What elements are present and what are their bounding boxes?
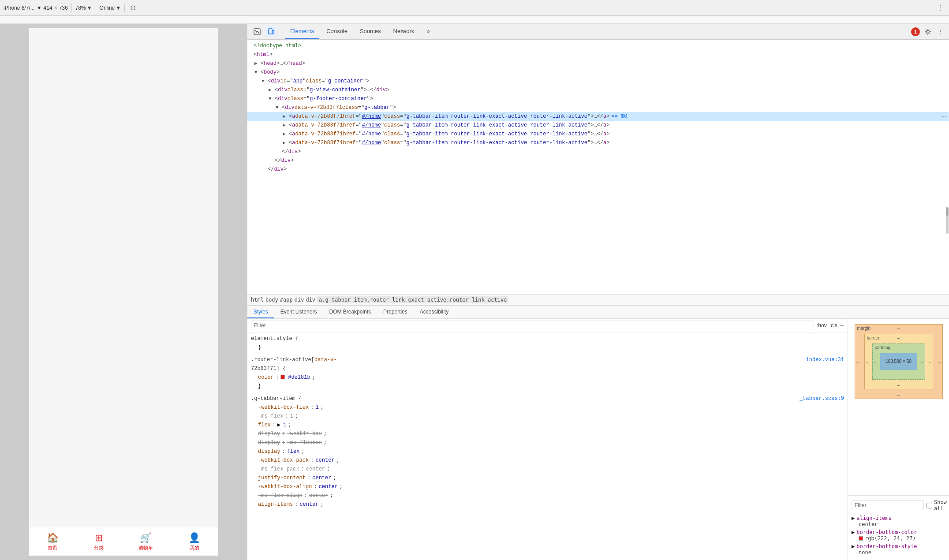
filter-input[interactable] [251,321,814,330]
breadcrumb-body[interactable]: body [265,297,278,303]
add-style-btn[interactable]: + [840,321,844,329]
error-badge[interactable]: 1 [911,27,920,36]
styles-tab-styles[interactable]: Styles [247,306,274,318]
tree-line-view-container[interactable]: ▶ <div class="g-view-container" >…</div> [247,86,949,94]
tree-line-app[interactable]: ▼ <div id="app" class="g-container" > [247,77,949,86]
prop-display-ms-flexbox: display : -ms-flexbox ; [251,438,844,447]
tab-more[interactable]: » [421,24,435,39]
device-name: iPhone 6/7/... [4,5,35,11]
breadcrumb-active[interactable]: a.g-tabbar-item.router-link-exact-active… [317,296,508,303]
device-toggle-btn[interactable] [265,26,277,37]
element-style-selector: element.style { [251,334,844,343]
tab-home[interactable]: 🏠 首页 [47,532,59,551]
flex-triangle[interactable]: ▶ [277,421,280,429]
tab-category[interactable]: ⊞ 分类 [94,532,104,551]
tree-line-a3[interactable]: ▶ <a data-v-72b83f71 href="#/home" class… [247,130,949,138]
cls-btn[interactable]: .cls [829,322,837,329]
tree-line-head[interactable]: ▶ <head>…</head> [247,59,949,68]
tree-line-close-div1[interactable]: </div> [247,147,949,156]
tree-line-html[interactable]: <html> [247,50,949,59]
dots-menu-btn[interactable]: … [938,112,949,118]
cart-icon: 🛒 [140,532,152,544]
show-all-checkbox[interactable] [927,503,932,508]
tree-line-doctype[interactable]: <!doctype html> [247,41,949,50]
profile-icon: 👤 [188,532,200,544]
border-left-val: – [866,359,869,364]
show-all-label[interactable]: Show all [927,499,947,511]
svg-rect-2 [272,30,274,34]
capture-screenshot-btn[interactable]: ⊙ [128,2,138,14]
breadcrumb-div1[interactable]: div [295,297,304,303]
computed-border-bottom-color[interactable]: ▶ border-bottom-color rgb(222, 24, 27) [852,528,945,542]
more-options-btn[interactable]: ⋮ [935,2,945,14]
computed-panel: Show all ▶ align-items center [848,495,949,560]
styles-tab-properties[interactable]: Properties [377,306,414,318]
inspect-element-btn[interactable] [251,26,263,37]
breadcrumb-html[interactable]: html [251,297,264,303]
tab-elements[interactable]: Elements [285,24,319,39]
devtools-more-btn[interactable]: ⋮ [936,26,945,37]
toolbar-sep-2 [96,4,96,12]
tree-line-body[interactable]: ▼ <body> [247,68,949,77]
zoom-selector[interactable]: 78% ▼ [75,5,92,11]
category-icon: ⊞ [95,532,103,544]
elements-area: <!doctype html> <html> ▶ <head>…</head> [247,40,949,294]
computed-filter-area: Show all [852,499,945,511]
zoom-dropdown-icon: ▼ [87,5,92,11]
border-top-val: – [897,336,900,340]
computed-align-items[interactable]: ▶ align-items center [852,514,945,528]
ruler-left [0,16,176,23]
tab-profile-label: 我的 [190,545,199,551]
devtools-sep-1 [281,27,281,36]
tab-cart-label: 购物车 [138,545,153,551]
tree-line-close-div3[interactable]: </div> [247,165,949,174]
padding-right-val: – [921,359,923,364]
dimensions-display: 414 × 736 [44,5,68,11]
styles-tab-accessibility[interactable]: Accessibility [414,306,455,318]
tree-line-a4[interactable]: ▶ <a data-v-72b83f71 href="#/home" class… [247,138,949,147]
network-dropdown-icon: ▼ [116,5,121,11]
styles-tab-dom-breakpoints[interactable]: DOM Breakpoints [323,306,377,318]
device-toolbar: iPhone 6/7/... ▼ 414 × 736 78% ▼ Online … [0,0,949,16]
prop-close-1: } [251,343,844,352]
tab-profile[interactable]: 👤 我的 [188,532,200,551]
breadcrumb-app[interactable]: #app [280,297,293,303]
breadcrumb-div2[interactable]: div [306,297,315,303]
computed-border-bottom-style-val: none [852,549,945,556]
content-size-label: 103.500 × 50 [885,359,912,364]
margin-bottom-val: – [897,392,900,397]
prop-display-flex: display : flex ; [251,447,844,456]
network-value: Online [100,5,115,11]
computed-border-bottom-style[interactable]: ▶ border-bottom-style none [852,542,945,556]
settings-btn[interactable] [922,26,934,37]
content-layer: 103.500 × 50 [880,353,917,370]
mobile-frame: 🏠 首页 ⊞ 分类 🛒 购物车 👤 我的 [29,28,218,556]
rule-source-link-2[interactable]: _tabbar.scss:9 [800,394,844,403]
styles-tabs: Styles Event Listeners DOM Breakpoints P… [247,306,949,319]
rule-g-tabbar-item: .g-tabbar-item { _tabbar.scss:9 -webkit-… [251,394,844,509]
tab-network[interactable]: Network [388,24,420,39]
device-selector[interactable]: iPhone 6/7/... ▼ [4,5,42,11]
network-selector[interactable]: Online ▼ [100,5,121,11]
tree-line-a-selected[interactable]: … ▶ <a data-v-72b83f71 href="#/home" cla… [247,112,949,121]
tree-line-close-div2[interactable]: </div> [247,156,949,165]
tab-sources[interactable]: Sources [355,24,386,39]
tree-line-footer-container[interactable]: ▼ <div class="g-footer-container" > [247,94,949,103]
styles-panel: Styles Event Listeners DOM Breakpoints P… [247,306,949,560]
tab-cart[interactable]: 🛒 购物车 [138,532,153,551]
hov-btn[interactable]: :hov [817,322,827,329]
computed-filter-input[interactable] [852,500,924,510]
tab-console[interactable]: Console [321,24,353,39]
border-bottom-val: – [897,383,900,388]
prop-display-webkit-box: display : -webkit-box ; [251,429,844,438]
styles-tab-event-listeners[interactable]: Event Listeners [274,306,323,318]
zoom-value: 78% [75,5,86,11]
margin-top-val: – [897,326,900,331]
computed-border-bottom-color-val: rgb(222, 24, 27) [852,535,945,541]
mobile-preview: 🏠 首页 ⊞ 分类 🛒 购物车 👤 我的 [0,24,247,560]
rule-source-link-1[interactable]: index.vue:31 [806,355,844,364]
expand-doctype [247,42,254,50]
tree-line-tabbar[interactable]: ▼ <div data-v-72b83f71 class="g-tabbar" … [247,103,949,112]
box-model-panel: margin – – – – border – – – [848,319,949,560]
tree-line-a2[interactable]: ▶ <a data-v-72b83f71 href="#/home" class… [247,121,949,130]
